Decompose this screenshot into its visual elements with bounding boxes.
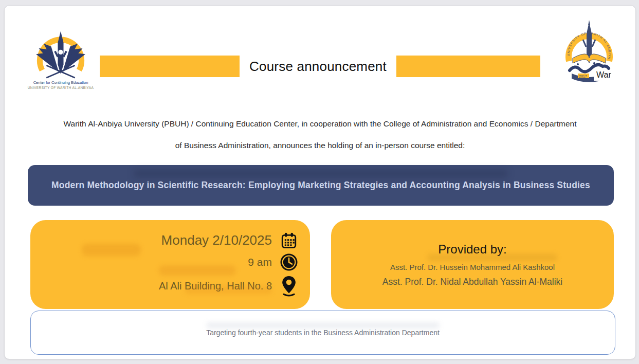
overlay-text-artifact: War — [594, 70, 614, 81]
university-logo: UNIVERSITY OF WARITH AL-ANBIYAA 2017 — [562, 20, 616, 96]
clock-icon — [279, 253, 299, 271]
course-title-banner: Modern Methodology in Scientific Researc… — [28, 165, 614, 206]
header-accent-bar-right — [396, 56, 540, 77]
left-logo-caption: Center for Continuing Education — [27, 80, 94, 85]
right-logo-year: 2017 — [579, 75, 587, 78]
continuing-education-logo: Center for Continuing Education UNIVERSI… — [27, 30, 94, 94]
announcement-card: Center for Continuing Education UNIVERSI… — [4, 5, 636, 359]
left-logo-subcaption: UNIVERSITY OF WARITH AL-ANBIYAA — [27, 86, 94, 89]
provider-name: Asst. Prof. Dr. Hussein Mohammed Ali Kas… — [390, 263, 555, 271]
audience-box: Targeting fourth-year students in the Bu… — [30, 311, 615, 355]
header-accent-bar-left — [100, 56, 240, 77]
page-title: Course announcement — [240, 56, 396, 77]
ghost-text-artifact — [133, 170, 508, 177]
course-time: 9 am — [248, 256, 272, 268]
location-pin-icon — [279, 275, 299, 298]
audience-text: Targeting fourth-year students in the Bu… — [206, 329, 440, 337]
course-location: Al Ali Building, Hall No. 8 — [159, 280, 272, 292]
provider-name: Asst. Prof. Dr. Nidal Abdullah Yassin Al… — [382, 277, 562, 287]
university-seal-icon: UNIVERSITY OF WARITH AL-ANBIYAA 2017 — [562, 20, 616, 96]
providers-heading: Provided by: — [438, 242, 506, 257]
location-row: Al Ali Building, Hall No. 8 — [159, 275, 299, 298]
course-title: Modern Methodology in Scientific Researc… — [36, 180, 606, 191]
time-row: 9 am — [248, 253, 299, 271]
course-date: Monday 2/10/2025 — [161, 232, 272, 248]
ghost-text-artifact — [159, 265, 236, 276]
ghost-text-artifact — [206, 322, 440, 329]
schedule-box: Monday 2/10/2025 9 am — [30, 220, 310, 309]
intro-line-2: of Business Administration, announces th… — [5, 141, 635, 150]
calendar-icon — [279, 232, 299, 249]
providers-box: Provided by: Asst. Prof. Dr. Hussein Moh… — [331, 220, 614, 309]
university-emblem-icon — [32, 30, 89, 80]
ghost-text-artifact — [82, 244, 141, 256]
date-row: Monday 2/10/2025 — [161, 232, 299, 249]
intro-line-1: Warith Al-Anbiya University (PBUH) / Con… — [5, 119, 635, 129]
